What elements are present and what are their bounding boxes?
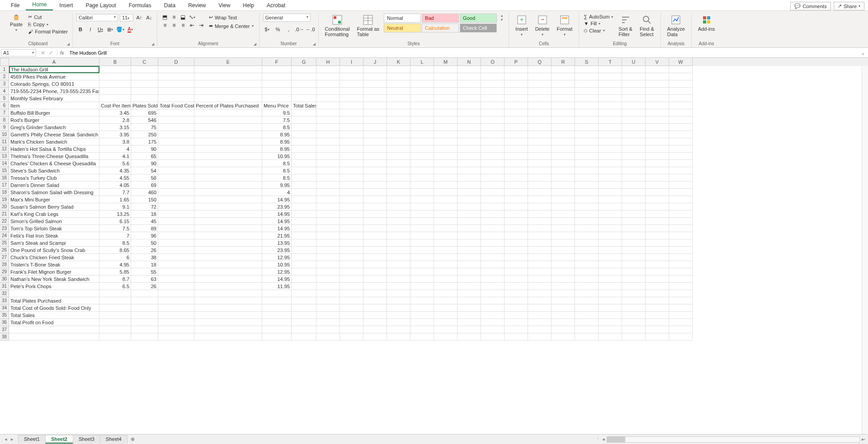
cell-O11[interactable] [481, 138, 505, 145]
cell-H12[interactable] [316, 145, 340, 153]
cell-F37[interactable] [262, 326, 292, 333]
cell-W9[interactable] [669, 124, 693, 131]
cell-K25[interactable] [387, 239, 410, 247]
cell-V35[interactable] [646, 312, 669, 319]
cell-H16[interactable] [316, 174, 340, 182]
cell-A29[interactable]: Frank's Filet Mignon Burger [9, 268, 99, 276]
align-right-button[interactable]: ≡ [179, 22, 187, 29]
cell-K14[interactable] [387, 160, 410, 167]
cell-G10[interactable] [292, 131, 316, 138]
cell-W27[interactable] [669, 254, 693, 261]
cell-E6[interactable]: Percent of Plates Purchased [194, 102, 262, 109]
cell-F4[interactable] [262, 88, 292, 95]
cell-O38[interactable] [481, 333, 505, 341]
percent-button[interactable]: % [274, 25, 282, 33]
cell-B27[interactable]: 6 [99, 254, 131, 261]
row-header-21[interactable]: 21 [0, 210, 9, 218]
cell-T12[interactable] [599, 145, 622, 153]
cell-B2[interactable] [99, 73, 131, 80]
cell-U17[interactable] [622, 182, 646, 189]
cell-V21[interactable] [646, 210, 669, 218]
row-header-35[interactable]: 35 [0, 312, 9, 319]
cell-J3[interactable] [363, 80, 387, 88]
cell-N25[interactable] [458, 239, 481, 247]
cell-F30[interactable]: 14.95 [262, 276, 292, 283]
cell-W31[interactable] [669, 283, 693, 290]
cell-R30[interactable] [552, 276, 575, 283]
col-header-N[interactable]: N [458, 58, 481, 66]
cell-N24[interactable] [458, 232, 481, 239]
cell-I28[interactable] [340, 261, 363, 268]
cell-F1[interactable] [262, 66, 292, 73]
cell-L17[interactable] [410, 182, 434, 189]
row-header-28[interactable]: 28 [0, 261, 9, 268]
cell-T20[interactable] [599, 203, 622, 210]
row-header-27[interactable]: 27 [0, 254, 9, 261]
cell-J10[interactable] [363, 131, 387, 138]
cell-W22[interactable] [669, 218, 693, 225]
cell-V2[interactable] [646, 73, 669, 80]
cell-F38[interactable] [262, 333, 292, 341]
cell-D22[interactable] [158, 218, 194, 225]
row-header-31[interactable]: 31 [0, 283, 9, 290]
cell-F14[interactable]: 8.5 [262, 160, 292, 167]
cell-P37[interactable] [505, 326, 528, 333]
cell-W3[interactable] [669, 80, 693, 88]
cell-S7[interactable] [575, 109, 599, 117]
cell-C16[interactable]: 58 [131, 174, 158, 182]
sheet-tab-sheet2[interactable]: Sheet2 [45, 435, 73, 444]
cell-O21[interactable] [481, 210, 505, 218]
cell-O12[interactable] [481, 145, 505, 153]
cell-R4[interactable] [552, 88, 575, 95]
cell-K38[interactable] [387, 333, 410, 341]
cell-J9[interactable] [363, 124, 387, 131]
cell-E14[interactable] [194, 160, 262, 167]
cell-Q4[interactable] [528, 88, 552, 95]
cell-S17[interactable] [575, 182, 599, 189]
cell-P20[interactable] [505, 203, 528, 210]
cell-D14[interactable] [158, 160, 194, 167]
cell-J6[interactable] [363, 102, 387, 109]
cell-B19[interactable]: 1.65 [99, 196, 131, 203]
cell-F7[interactable]: 9.5 [262, 109, 292, 117]
cell-A1[interactable]: The Hudson Grill [9, 66, 99, 73]
cell-G15[interactable] [292, 167, 316, 174]
cell-T17[interactable] [599, 182, 622, 189]
cell-R28[interactable] [552, 261, 575, 268]
cell-E8[interactable] [194, 117, 262, 124]
cell-J38[interactable] [363, 333, 387, 341]
cell-G36[interactable] [292, 319, 316, 326]
cell-L27[interactable] [410, 254, 434, 261]
cell-J16[interactable] [363, 174, 387, 182]
cell-H23[interactable] [316, 225, 340, 232]
cell-N32[interactable] [458, 290, 481, 297]
cell-U35[interactable] [622, 312, 646, 319]
cell-K37[interactable] [387, 326, 410, 333]
cell-C15[interactable]: 54 [131, 167, 158, 174]
cell-E34[interactable] [194, 304, 262, 312]
cell-P3[interactable] [505, 80, 528, 88]
cell-G19[interactable] [292, 196, 316, 203]
cut-button[interactable]: ✂Cut [27, 14, 69, 20]
cell-H9[interactable] [316, 124, 340, 131]
col-header-P[interactable]: P [505, 58, 528, 66]
cell-R17[interactable] [552, 182, 575, 189]
row-header-12[interactable]: 12 [0, 145, 9, 153]
vertical-scrollbar[interactable] [862, 66, 868, 434]
cell-U30[interactable] [622, 276, 646, 283]
cell-O15[interactable] [481, 167, 505, 174]
collapse-ribbon-button[interactable]: ⌃ [863, 438, 866, 443]
cell-W15[interactable] [669, 167, 693, 174]
cell-D27[interactable] [158, 254, 194, 261]
cell-S31[interactable] [575, 283, 599, 290]
col-header-F[interactable]: F [262, 58, 292, 66]
cell-G32[interactable] [292, 290, 316, 297]
cell-E18[interactable] [194, 189, 262, 196]
cell-B33[interactable] [99, 297, 131, 304]
cell-A33[interactable]: Total Plates Purchased [9, 297, 99, 304]
cell-W30[interactable] [669, 276, 693, 283]
clear-button[interactable]: ◇Clear▾ [583, 27, 614, 34]
cell-B3[interactable] [99, 80, 131, 88]
cell-H3[interactable] [316, 80, 340, 88]
cell-B26[interactable]: 8.65 [99, 247, 131, 254]
